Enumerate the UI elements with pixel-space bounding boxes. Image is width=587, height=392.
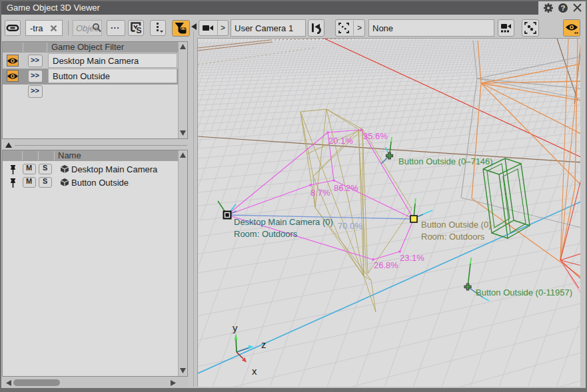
- svg-text:20.1%: 20.1%: [328, 136, 353, 146]
- svg-text:Button Outside (0-11957): Button Outside (0-11957): [476, 288, 572, 297]
- svg-text:y: y: [233, 322, 238, 333]
- svg-text:70.0%: 70.0%: [338, 221, 362, 231]
- svg-text:8.7%: 8.7%: [310, 188, 330, 198]
- svg-text:S: S: [136, 26, 141, 34]
- svg-text:x: x: [252, 365, 257, 377]
- svg-text:26.8%: 26.8%: [374, 260, 398, 270]
- svg-text:Room: Outdoors: Room: Outdoors: [234, 229, 298, 239]
- svg-text:23.1%: 23.1%: [400, 253, 424, 263]
- svg-text:35.6%: 35.6%: [363, 131, 388, 141]
- svg-text:z: z: [261, 339, 267, 350]
- svg-text:Room: Outdoors: Room: Outdoors: [421, 232, 485, 242]
- svg-text:Button Outside (0): Button Outside (0): [421, 220, 492, 230]
- svg-text:?: ?: [560, 4, 565, 12]
- svg-text:Button Outside (0–7146): Button Outside (0–7146): [398, 156, 493, 166]
- svg-text:86.2%: 86.2%: [334, 183, 358, 193]
- svg-text:Desktop Main Camera (0): Desktop Main Camera (0): [234, 217, 333, 227]
